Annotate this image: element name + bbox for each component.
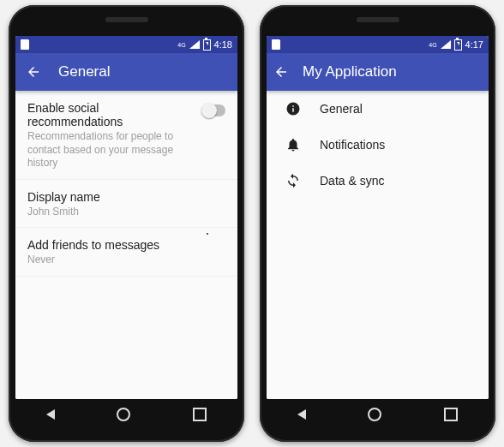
toggle-switch[interactable] [201,104,225,116]
battery-icon [203,39,211,51]
nav-home-icon[interactable] [117,408,130,421]
back-button[interactable] [26,64,41,80]
battery-icon [454,39,462,51]
signal-icon [441,40,451,49]
nav-recent-icon[interactable] [193,408,207,421]
clock: 4:18 [214,39,232,50]
pref-title: Display name [27,190,225,204]
sdcard-icon [21,39,29,50]
header-item-data-sync[interactable]: Data & sync [267,163,489,199]
sync-icon [285,173,301,188]
pref-add-friends[interactable]: Add friends to messages Never [15,228,237,277]
app-bar: General [15,53,237,91]
sdcard-icon [272,39,280,50]
device-left: 4G 4:18 General Enable social recommenda… [9,5,244,442]
pref-display-name[interactable]: Display name John Smith [15,180,237,229]
screen-left: 4G 4:18 General Enable social recommenda… [15,36,237,399]
nav-back-icon[interactable] [46,409,55,420]
network-type: 4G [177,42,185,48]
nav-home-icon[interactable] [368,408,381,421]
header-item-label: Data & sync [320,174,384,188]
system-nav-bar [267,399,489,430]
header-item-general[interactable]: General [267,91,489,127]
nav-recent-icon[interactable] [444,408,458,421]
header-item-notifications[interactable]: Notifications [267,127,489,163]
app-bar-title: General [58,63,110,80]
network-type: 4G [429,42,436,48]
header-item-label: Notifications [320,138,385,152]
clock: 4:17 [465,39,483,50]
pref-summary: Recommendations for people to contact ba… [27,130,193,170]
system-nav-bar [15,399,237,430]
info-icon [285,101,301,116]
screen-right: 4G 4:17 My Application General [267,36,489,399]
app-bar: My Application [267,53,489,91]
pref-title: Enable social recommendations [27,101,193,128]
arrow-back-icon [26,63,41,80]
pref-social-recommendations[interactable]: Enable social recommendations Recommenda… [15,91,237,180]
status-bar: 4G 4:18 [15,36,237,53]
pref-summary: Never [27,253,225,267]
nav-back-icon[interactable] [297,409,306,420]
back-button[interactable] [273,64,289,80]
device-right: 4G 4:17 My Application General [260,5,495,442]
pref-title: Add friends to messages [27,238,225,252]
dot-decoration [207,233,208,235]
signal-icon [189,40,200,49]
settings-list: Enable social recommendations Recommenda… [15,91,237,399]
header-item-label: General [320,102,363,116]
bell-icon [285,137,301,152]
app-bar-title: My Application [303,63,397,80]
header-list: General Notifications Data & sync [267,91,489,399]
status-bar: 4G 4:17 [267,36,489,53]
pref-summary: John Smith [27,206,225,219]
arrow-back-icon [273,63,289,80]
